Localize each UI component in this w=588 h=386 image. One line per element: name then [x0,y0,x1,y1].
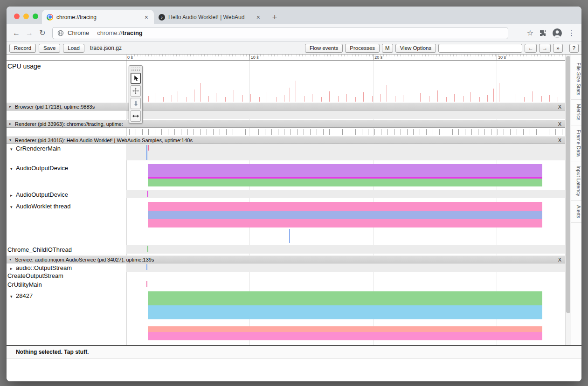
save-button[interactable]: Save [39,44,60,53]
track-timeline[interactable] [126,164,565,190]
trace-slice[interactable] [148,179,542,186]
scrollbar-thumb[interactable] [566,56,570,313]
cpu-spike [155,93,155,102]
side-tab-metrics[interactable]: Metrics [571,100,581,125]
zoom-window-button[interactable] [33,14,38,19]
trace-slice[interactable] [148,219,542,227]
expander-icon[interactable]: ▸ [9,104,15,109]
trace-slice[interactable] [148,164,542,177]
zoom-tool-icon[interactable] [131,98,141,109]
event-tick [317,129,317,135]
expander-icon[interactable]: ▾ [10,165,16,172]
extension-puzzle-icon[interactable] [539,29,546,37]
tab-close-icon[interactable]: × [256,14,261,21]
forward-icon[interactable]: → [23,27,35,39]
pan-tool-icon[interactable] [131,85,141,96]
event-mark[interactable] [146,145,147,160]
record-button[interactable]: Record [9,44,36,53]
expander-icon[interactable]: ▾ [9,138,15,142]
event-mark[interactable] [148,145,149,151]
address-bar[interactable]: Chrome chrome://tracing [52,27,508,39]
close-track-button[interactable]: X [557,104,562,110]
track-label: ▾CrRendererMain [7,144,126,164]
track-timeline[interactable] [126,263,565,280]
trace-slice[interactable] [148,291,542,305]
event-mark[interactable] [289,229,290,243]
track-timeline[interactable] [126,280,565,291]
view-options-button[interactable]: View Options [395,44,436,53]
track-timeline[interactable] [126,61,565,103]
event-tick [543,129,543,135]
expander-icon[interactable]: ▾ [9,257,15,262]
expander-icon[interactable]: ▾ [10,203,16,211]
flow-events-button[interactable]: Flow events [305,44,343,53]
trace-slice[interactable] [148,332,542,340]
close-track-button[interactable]: X [557,257,562,262]
tracks-area[interactable]: CPU usage▸Browser (pid 17218), uptime:98… [7,61,565,345]
event-tick [329,129,330,135]
palette-drag-handle[interactable] [131,67,141,71]
event-mark[interactable] [146,264,147,270]
tab-tracing[interactable]: chrome://tracing × [42,10,154,24]
close-track-button[interactable]: X [557,138,562,143]
side-tab-frame-data[interactable]: Frame Data [571,125,581,161]
tab-audio-worklet[interactable]: ♪ Hello Audio Worklet! | WebAud × [154,10,266,24]
find-input[interactable] [438,44,522,53]
vertical-scrollbar[interactable] [565,55,571,345]
track-timeline[interactable] [126,291,565,345]
event-mark[interactable] [146,281,147,287]
track-timeline[interactable] [126,110,565,120]
minimize-window-button[interactable] [23,14,29,19]
track-timeline[interactable] [126,245,565,255]
close-track-button[interactable]: X [557,121,562,127]
event-tick [471,129,472,135]
event-tick [387,129,388,135]
timing-tool-icon[interactable] [131,110,141,122]
side-tab-input-latency[interactable]: Input Latency [571,161,581,201]
find-next-button[interactable]: → [539,44,551,53]
expander-icon[interactable]: ▾ [10,293,16,300]
help-button[interactable]: ? [569,44,579,53]
event-tick [278,129,278,135]
processes-button[interactable]: Processes [345,44,380,53]
expander-icon[interactable]: ▸ [10,192,16,199]
trace-slice[interactable] [148,202,542,211]
find-prev-button[interactable]: ← [525,44,537,53]
track-label: Chrome_ChildIOThread [7,245,126,255]
back-icon[interactable]: ← [10,27,22,39]
side-tab-file-size-stats[interactable]: File Size Stats [571,58,581,100]
reload-icon[interactable]: ↻ [36,27,48,39]
track-name: audio::OutputStream [16,264,72,271]
track-timeline[interactable] [126,128,565,136]
tab-close-icon[interactable]: × [144,14,149,21]
cpu-spike [372,96,373,102]
profile-avatar[interactable] [552,28,562,38]
track-timeline[interactable] [126,202,565,245]
expander-icon[interactable]: ▸ [10,265,16,272]
analysis-empty-area [7,358,581,381]
expander-icon[interactable]: ▸ [9,122,15,126]
trace-slice[interactable] [148,211,542,219]
expander-icon[interactable]: ▾ [10,145,16,153]
event-tick [458,129,459,135]
webaudio-favicon-icon: ♪ [159,14,165,21]
trace-slice[interactable] [148,305,542,319]
load-button[interactable]: Load [63,44,84,53]
cpu-spike [380,94,381,102]
track-name: Chrome_ChildIOThread [7,246,72,253]
menu-kebab-icon[interactable]: ⋮ [568,29,575,37]
track-row: Chrome_ChildIOThread [7,245,565,255]
new-tab-button[interactable]: + [268,10,282,24]
cpu-spike [363,92,364,102]
event-mark[interactable] [147,191,148,197]
track-timeline[interactable] [126,190,565,202]
trace-slice[interactable] [148,326,542,332]
side-tab-alerts[interactable]: Alerts [571,201,581,223]
select-tool-cursor-icon[interactable] [131,73,141,84]
close-window-button[interactable] [14,14,20,19]
event-mark[interactable] [147,246,148,252]
track-timeline[interactable] [126,144,565,164]
metrics-button[interactable]: M [382,44,393,53]
bookmark-star-icon[interactable]: ☆ [527,28,533,37]
overflow-chevrons-button[interactable]: » [553,44,562,53]
